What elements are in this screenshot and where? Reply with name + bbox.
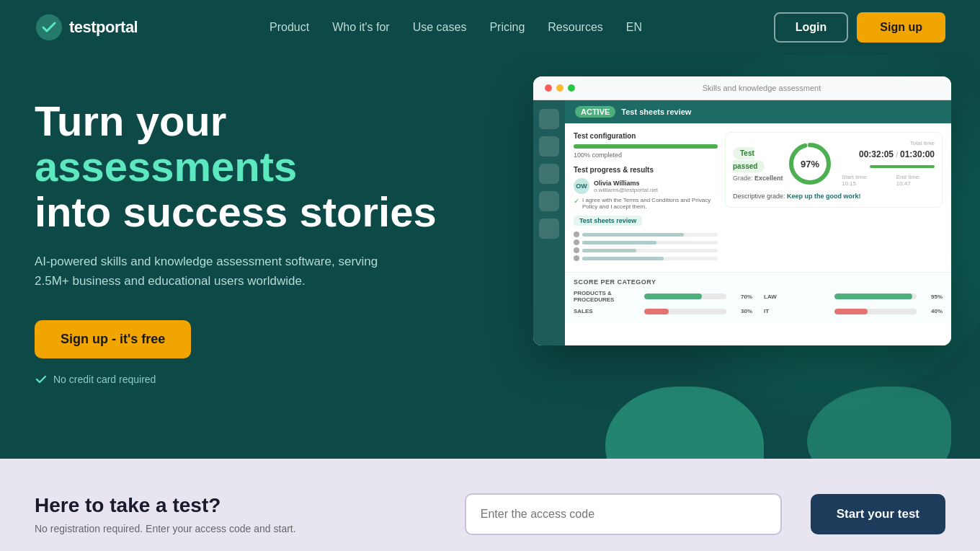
dashboard-sidebar — [533, 100, 565, 345]
nav-resources[interactable]: Resources — [548, 21, 602, 33]
score-cat-label: PRODUCTS & PROCEDURES — [574, 290, 638, 303]
nav-links: Product Who it's for Use cases Pricing R… — [270, 21, 642, 34]
prog-row-3 — [574, 247, 718, 253]
score-pct: 70% — [732, 294, 752, 300]
config-bar-fill — [574, 144, 718, 149]
dash-left: Test configuration 100% completed Test p… — [574, 132, 718, 263]
score-row: SALES 30% — [574, 308, 752, 314]
score-bar-fill — [644, 294, 702, 299]
grade-value: Excellent — [754, 175, 783, 182]
respondent-name: Olivia Williams — [594, 180, 658, 187]
score-row: PRODUCTS & PROCEDURES 70% — [574, 290, 752, 303]
bottom-content: Here to take a test? No registration req… — [35, 494, 436, 534]
sidebar-icon-3 — [539, 164, 559, 184]
timer-section: Total time 00:32:05 / 01:30:00 — [842, 140, 935, 187]
checkmark-icon — [35, 373, 48, 386]
dot-red — [545, 84, 552, 92]
score-bar-bg — [644, 309, 726, 314]
prog-dot-3 — [574, 247, 579, 253]
hero-title-end: into success stories — [35, 188, 437, 235]
prog-dot-1 — [574, 232, 579, 237]
sidebar-icon-1 — [539, 109, 559, 129]
respondent-email: o.williams@testportal.net — [594, 187, 658, 193]
progress-section: Test progress & results OW Olivia Willia… — [574, 166, 718, 261]
consent-text: I agree with the Terms and Conditions an… — [582, 197, 718, 210]
score-table-title: SCORE PER CATEGORY — [574, 278, 943, 286]
respondent-row: OW Olivia Williams o.williams@testportal… — [574, 178, 718, 194]
hero-title-accent: assessments — [35, 143, 297, 190]
check-green-icon: ✓ — [574, 197, 579, 210]
nav-who-its-for[interactable]: Who it's for — [332, 21, 390, 33]
score-cat-label: IT — [764, 308, 829, 314]
timer-value: 00:32:05 / 01:30:00 — [859, 149, 935, 159]
prog-bar-fill-4 — [582, 257, 664, 260]
logo-link[interactable]: testportal — [35, 13, 138, 42]
score-pct: 95% — [922, 294, 943, 300]
prog-row-2 — [574, 239, 718, 245]
prog-bar-fill-2 — [582, 241, 656, 244]
nav-language[interactable]: EN — [626, 21, 642, 33]
dashboard-title: Skills and knowledge assessment — [584, 84, 940, 92]
prog-bar-bg-4 — [582, 257, 718, 260]
prog-bar-fill-3 — [582, 249, 636, 252]
bottom-section: Here to take a test? No registration req… — [0, 459, 980, 551]
hero-title-plain: Turn your — [35, 97, 226, 144]
descriptive-section: Descriptive grade: Keep up the good work… — [733, 193, 935, 200]
score-bar-bg — [644, 294, 726, 299]
start-test-button[interactable]: Start your test — [811, 494, 945, 534]
prog-bar-bg-3 — [582, 249, 718, 252]
result-info: Test passed Grade: Excellent — [733, 146, 787, 182]
config-bar — [574, 144, 718, 149]
access-code-input[interactable] — [465, 493, 782, 535]
result-header: Test passed Grade: Excellent — [733, 140, 935, 187]
navigation: testportal Product Who it's for Use case… — [0, 0, 980, 55]
time-bar — [870, 165, 935, 168]
result-badge: Test passed — [733, 147, 765, 172]
sidebar-icon-4 — [539, 191, 559, 211]
window-dots — [545, 84, 575, 92]
no-credit-row: No credit card required — [35, 373, 453, 386]
config-percent: 100% completed — [574, 151, 718, 159]
nav-use-cases[interactable]: Use cases — [413, 21, 467, 33]
sidebar-icon-5 — [539, 219, 559, 239]
dashboard-main: ACTIVE Test sheets review Test configura… — [565, 100, 951, 345]
dashboard-mockup: Skills and knowledge assessment ACTIVE — [533, 76, 951, 345]
logo-icon — [35, 13, 63, 42]
score-row: LAW 95% — [764, 290, 943, 303]
nav-pricing[interactable]: Pricing — [489, 21, 525, 33]
dash-right: Test passed Grade: Excellent — [725, 132, 943, 263]
score-cat-label: SALES — [574, 308, 638, 314]
dot-yellow — [556, 84, 564, 92]
score-table: SCORE PER CATEGORY PRODUCTS & PROCEDURES… — [565, 272, 951, 323]
score-bar-bg — [834, 294, 917, 299]
signup-hero-button[interactable]: Sign up - it's free — [35, 320, 191, 358]
score-cat-label: LAW — [764, 294, 829, 300]
nav-product[interactable]: Product — [270, 21, 309, 33]
dash-top-bar: ACTIVE Test sheets review — [565, 100, 951, 123]
prog-dot-2 — [574, 239, 579, 245]
prog-row-4 — [574, 255, 718, 261]
login-button[interactable]: Login — [774, 12, 849, 43]
dash-content: Test configuration 100% completed Test p… — [565, 123, 951, 272]
signup-nav-button[interactable]: Sign up — [857, 12, 945, 43]
logo-text: testportal — [69, 18, 138, 37]
score-row: IT 40% — [764, 308, 943, 314]
hero-section: Turn your assessments into success stori… — [0, 55, 980, 459]
prog-bar-fill-1 — [582, 233, 684, 237]
section-label: Test sheets review — [621, 107, 691, 116]
nav-actions: Login Sign up — [774, 12, 945, 43]
score-bar-bg — [834, 309, 917, 314]
avatar: OW — [574, 178, 589, 194]
progress-title: Test progress & results — [574, 166, 718, 174]
score-rows: PRODUCTS & PROCEDURES 70% LAW 95% SALES … — [574, 290, 943, 317]
score-percent-label: 97% — [801, 158, 819, 169]
sheets-badge: Test sheets review — [574, 216, 642, 226]
dashboard-header: Skills and knowledge assessment — [533, 76, 951, 100]
no-credit-text: No credit card required — [53, 374, 156, 385]
descriptive-label: Descriptive grade — [733, 193, 783, 200]
result-card: Test passed Grade: Excellent — [725, 132, 943, 208]
bottom-title: Here to take a test? — [35, 494, 436, 517]
dot-green — [568, 84, 575, 92]
prog-row-1 — [574, 232, 718, 237]
bottom-subtitle: No registration required. Enter your acc… — [35, 523, 436, 534]
